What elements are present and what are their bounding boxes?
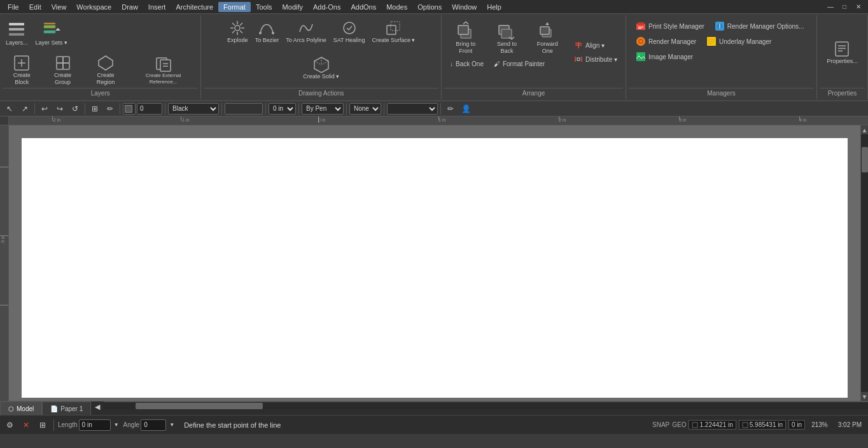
sat-healing-button[interactable]: SAT Healing bbox=[330, 17, 368, 46]
scroll-thumb-h[interactable] bbox=[136, 403, 263, 409]
node-select-button[interactable]: ↗ bbox=[18, 102, 32, 115]
menu-options[interactable]: Options bbox=[412, 2, 447, 12]
create-solid-button[interactable]: Create Solid ▾ bbox=[300, 53, 342, 83]
zoom-level: 213% bbox=[808, 421, 832, 428]
snap-settings-button[interactable]: ⚙ bbox=[3, 419, 17, 431]
main-toolbar: Layers... Layer Se bbox=[0, 14, 868, 101]
grid-button[interactable]: ⊞ bbox=[88, 102, 102, 115]
separator-2 bbox=[85, 103, 85, 115]
length-dropdown-button[interactable]: ▼ bbox=[112, 419, 121, 431]
create-block-label: Create Block bbox=[6, 72, 38, 86]
render-manager-options-button[interactable]: Render Manager Options... bbox=[710, 19, 809, 33]
color-select[interactable]: Black White Red bbox=[168, 103, 219, 115]
undo-button[interactable]: ↩ bbox=[38, 102, 52, 115]
scroll-down-button[interactable]: ▼ bbox=[861, 392, 868, 401]
separator-10 bbox=[440, 103, 441, 115]
pen-button[interactable]: ✏ bbox=[103, 102, 117, 115]
menu-workspace[interactable]: Workspace bbox=[71, 2, 116, 12]
vertical-scrollbar[interactable]: ▲ ▼ bbox=[860, 125, 868, 401]
svg-rect-13 bbox=[63, 63, 69, 69]
horizontal-scrollbar[interactable] bbox=[104, 402, 868, 409]
svg-rect-4 bbox=[44, 25, 55, 28]
status-message: Define the start point of the line bbox=[179, 421, 650, 429]
print-style-manager-button[interactable]: Print Style Manager bbox=[631, 19, 709, 33]
menu-file[interactable]: File bbox=[3, 2, 24, 12]
angle-dropdown-button[interactable]: ▼ bbox=[167, 419, 176, 431]
svg-rect-58 bbox=[638, 22, 644, 25]
tab-scroll-arrow[interactable]: ◀ bbox=[91, 402, 104, 415]
menu-addons1[interactable]: Add-Ons bbox=[308, 2, 346, 12]
minimize-button[interactable]: — bbox=[823, 0, 837, 14]
svg-rect-60 bbox=[638, 28, 641, 29]
menu-addons2[interactable]: AddOns bbox=[346, 2, 381, 12]
paper1-tab[interactable]: 📄 Paper 1 bbox=[42, 402, 91, 415]
explode-button[interactable]: Explode bbox=[224, 17, 251, 46]
create-group-button[interactable]: Create Group bbox=[43, 52, 83, 88]
menu-format[interactable]: Format bbox=[218, 2, 251, 12]
menu-modify[interactable]: Modify bbox=[277, 2, 308, 12]
menu-window[interactable]: Window bbox=[447, 2, 482, 12]
x-coord-box: 1.224421 in bbox=[689, 420, 736, 430]
scroll-thumb-v[interactable] bbox=[862, 147, 868, 172]
forward-one-button[interactable]: Forward One bbox=[528, 18, 567, 57]
menu-view[interactable]: View bbox=[46, 2, 72, 12]
white-canvas[interactable] bbox=[22, 138, 848, 398]
underlay-manager-button[interactable]: Underlay Manager bbox=[702, 34, 776, 48]
cancel-input-button[interactable]: ✕ bbox=[19, 419, 33, 431]
style-select[interactable]: None bbox=[349, 103, 381, 115]
menu-modes[interactable]: Modes bbox=[381, 2, 412, 12]
pen-color-button[interactable]: ✏ bbox=[444, 102, 458, 115]
tabs-container: ⬡ Model 📄 Paper 1 ◀ bbox=[0, 402, 104, 415]
bring-to-front-button[interactable]: Bring to Front bbox=[445, 18, 486, 57]
to-arcs-button[interactable]: To Arcs Polyline bbox=[283, 17, 330, 46]
menu-draw[interactable]: Draw bbox=[116, 2, 143, 12]
pen-select[interactable]: By Pen By Layer bbox=[302, 103, 344, 115]
underlay-manager-label: Underlay Manager bbox=[719, 38, 771, 45]
to-bezier-button[interactable]: To Bezier bbox=[252, 17, 283, 46]
back-one-button[interactable]: ↓ Back One bbox=[445, 59, 488, 69]
model-tab[interactable]: ⬡ Model bbox=[0, 402, 42, 415]
send-to-back-button[interactable]: Send to Back bbox=[487, 18, 526, 57]
redo2-button[interactable]: ↺ bbox=[68, 102, 82, 115]
layers-button[interactable]: Layers... bbox=[3, 17, 31, 49]
select-tool-button[interactable]: ↖ bbox=[3, 102, 17, 115]
svg-rect-78 bbox=[743, 423, 748, 428]
layer-sets-button[interactable]: Layer Sets ▾ bbox=[32, 17, 71, 49]
separator-5 bbox=[221, 103, 222, 115]
layer-number-input[interactable] bbox=[137, 103, 162, 115]
align-button[interactable]: Align ▾ bbox=[570, 39, 622, 52]
menu-tools[interactable]: Tools bbox=[251, 2, 277, 12]
back-one-icon: ↓ bbox=[450, 60, 453, 67]
user-icon-button[interactable]: 👤 bbox=[459, 102, 473, 115]
extra-select[interactable] bbox=[387, 103, 438, 115]
create-region-button[interactable]: Create Region bbox=[84, 52, 127, 88]
grid-view-button[interactable]: ⊞ bbox=[36, 419, 50, 431]
render-manager-label: Render Manager bbox=[648, 38, 696, 45]
properties-button[interactable]: Properties... bbox=[823, 38, 861, 67]
menu-edit[interactable]: Edit bbox=[24, 2, 46, 12]
menu-architecture[interactable]: Architecture bbox=[171, 2, 218, 12]
angle-input[interactable] bbox=[141, 419, 166, 431]
length-group: Length ▼ bbox=[58, 419, 121, 431]
line-weight-select[interactable]: 0 in 1 in bbox=[269, 103, 296, 115]
create-surface-button[interactable]: Create Surface ▾ bbox=[368, 17, 418, 46]
format-painter-button[interactable]: 🖌 Format Painter bbox=[489, 59, 549, 69]
create-ext-ref-button[interactable]: Create External Reference... bbox=[129, 52, 199, 88]
redo-button[interactable]: ↪ bbox=[53, 102, 67, 115]
create-block-button[interactable]: Create Block bbox=[3, 52, 41, 88]
length-input[interactable] bbox=[79, 419, 111, 431]
render-manager-button[interactable]: Render Manager bbox=[631, 34, 701, 48]
image-manager-button[interactable]: Image Manager bbox=[631, 50, 697, 64]
svg-point-19 bbox=[235, 25, 240, 31]
align-icon bbox=[574, 41, 583, 50]
svg-line-25 bbox=[240, 31, 242, 33]
geo-label: GEO bbox=[672, 421, 686, 428]
menu-insert[interactable]: Insert bbox=[143, 2, 171, 12]
maximize-button[interactable]: □ bbox=[837, 0, 851, 14]
scroll-up-button[interactable]: ▲ bbox=[861, 125, 868, 134]
distribute-button[interactable]: Distribute ▾ bbox=[570, 53, 622, 66]
drawing-area[interactable] bbox=[9, 125, 860, 401]
render-manager-icon bbox=[636, 36, 646, 46]
menu-help[interactable]: Help bbox=[482, 2, 507, 12]
close-button[interactable]: ✕ bbox=[851, 0, 865, 14]
